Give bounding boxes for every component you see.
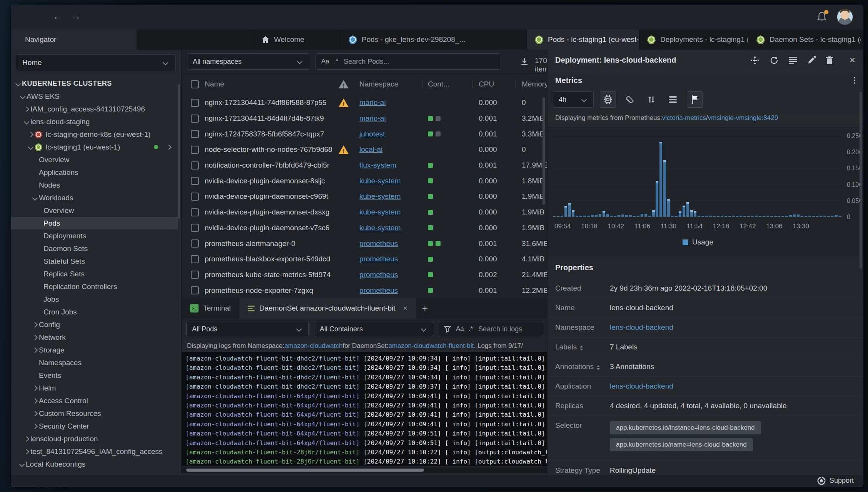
sidebar-item-access-control[interactable]: Access Control [11, 394, 178, 407]
sidebar-item-config[interactable]: Config [11, 318, 178, 331]
namespace-filter-select[interactable]: All namespaces [187, 53, 309, 70]
context-select[interactable]: Home [16, 54, 176, 71]
sidebar-item-lens-cloud-staging[interactable]: lens-cloud-staging [11, 115, 178, 128]
sidebar-item-deployments[interactable]: Deployments [11, 229, 178, 242]
sidebar-item-local-kubeconfigs[interactable]: Local Kubeconfigs [11, 458, 178, 470]
row-checkbox[interactable] [191, 161, 199, 170]
log-horizontal-scrollbar[interactable] [182, 467, 547, 473]
namespace-link[interactable]: mario-ai [359, 114, 386, 123]
sidebar-item-namespaces[interactable]: Namespaces [11, 356, 178, 369]
table-row[interactable]: nginx-1721304411-84d4ff7d4b-87tk9mario-a… [182, 111, 547, 126]
selector-pill[interactable]: app.kubernetes.io/instance=lens-cloud-ba… [610, 421, 761, 434]
row-checkbox[interactable] [191, 224, 199, 232]
sidebar-item-cron-jobs[interactable]: Cron Jobs [11, 306, 178, 318]
table-row[interactable]: nvidia-device-plugin-daemonset-dxsxgkube… [182, 204, 547, 220]
chevron-down-icon[interactable] [18, 462, 26, 466]
filesystem-metric-button[interactable] [665, 92, 681, 107]
pods-search-input[interactable] [343, 57, 495, 66]
select-all-checkbox[interactable] [191, 80, 199, 88]
namespace-link[interactable]: prometheus [359, 255, 398, 263]
table-row[interactable]: prometheus-alertmanager-0prometheus0.001… [182, 236, 547, 251]
log-output[interactable]: [amazon-cloudwatch-fluent-bit-dhdc2/flue… [182, 352, 547, 466]
chevron-right-icon[interactable] [31, 386, 39, 390]
row-checkbox[interactable] [191, 255, 199, 263]
row-checkbox[interactable] [191, 239, 199, 248]
back-arrow-icon[interactable]: ← [53, 10, 63, 22]
table-row[interactable]: notification-controller-7bfbfd6479-cbl5r… [182, 158, 547, 173]
sidebar-item-overview[interactable]: Overview [11, 204, 178, 217]
chevron-right-icon[interactable] [165, 145, 173, 149]
column-header-cpu[interactable]: CPU [479, 73, 509, 95]
chevron-right-icon[interactable] [31, 336, 39, 339]
flag-metric-button[interactable] [687, 91, 703, 108]
tab-pods-lc-staging1-eu-west-1[interactable]: Pods - lc-staging1 (eu-west-1)× [527, 30, 639, 50]
chevron-right-icon[interactable] [23, 107, 30, 111]
tab-welcome[interactable]: Welcome [254, 30, 341, 50]
table-scrollbar[interactable] [542, 97, 545, 205]
sort-toggle-icon[interactable] [597, 365, 600, 370]
row-checkbox[interactable] [191, 193, 199, 201]
namespace-link[interactable]: flux-system [359, 161, 396, 170]
tab-deployments-lc-staging1-e[interactable]: Deployments - lc-staging1 (e... [639, 30, 748, 50]
sidebar-item-lc-staging-demo-k8s-eu-west-1[interactable]: lc-staging-demo-k8s (eu-west-1) [11, 128, 178, 141]
table-row[interactable]: nvidia-device-plugin-daemonset-v7sc6kube… [182, 220, 547, 236]
row-checkbox[interactable] [191, 146, 199, 154]
download-icon[interactable] [520, 57, 529, 66]
filter-funnel-icon[interactable] [444, 325, 451, 333]
chevron-right-icon[interactable] [31, 424, 39, 428]
sidebar-item-test-841310725496-iam-config-access[interactable]: test_841310725496_IAM_config_access [11, 445, 178, 458]
sidebar-item-aws-eks[interactable]: AWS EKS [11, 90, 178, 103]
row-checkbox[interactable] [191, 286, 199, 294]
sidebar-item-daemon-sets[interactable]: Daemon Sets [11, 242, 178, 255]
sidebar-item-workloads[interactable]: Workloads [11, 191, 178, 204]
row-checkbox[interactable] [191, 130, 199, 138]
log-search-input[interactable] [477, 325, 538, 334]
sidebar-item-replica-sets[interactable]: Replica Sets [11, 268, 178, 280]
new-dock-tab-button[interactable]: + [416, 298, 434, 318]
chevron-right-icon[interactable] [27, 133, 35, 136]
namespace-link[interactable]: prometheus [359, 271, 398, 279]
namespace-link[interactable]: juhotest [359, 130, 385, 138]
table-row[interactable]: nginx-1721304411-74df86f588-87p55!mario-… [182, 95, 547, 111]
edit-pencil-icon[interactable] [807, 56, 816, 65]
table-row[interactable]: nginx-1724758378-5fb6f5847c-tqpx7juhotes… [182, 126, 547, 142]
network-metric-button[interactable] [644, 92, 659, 107]
chevron-right-icon[interactable] [31, 412, 39, 416]
row-checkbox[interactable] [191, 271, 199, 279]
tab-daemon-sets-lc-staging1-e[interactable]: Daemon Sets - lc-staging1 (e... [748, 30, 861, 50]
row-checkbox[interactable] [191, 115, 199, 123]
forward-arrow-icon[interactable]: → [71, 10, 81, 22]
chevron-down-icon[interactable] [31, 196, 39, 200]
refresh-icon[interactable] [770, 56, 779, 65]
chevron-down-icon[interactable] [14, 82, 22, 86]
prometheus-endpoint-link[interactable]: vmsingle-vmsingle:8429 [708, 114, 778, 122]
regex-icon[interactable]: .* [334, 58, 338, 65]
sidebar-item-stateful-sets[interactable]: Stateful Sets [11, 255, 178, 268]
sidebar-item-security-center[interactable]: Security Center [11, 420, 178, 432]
close-drawer-icon[interactable]: × [850, 54, 855, 66]
chevron-right-icon[interactable] [31, 399, 39, 403]
row-checkbox[interactable] [191, 99, 199, 107]
table-row[interactable]: prometheus-node-exporter-7zgxqprometheus… [182, 283, 547, 298]
sidebar-scrollbar[interactable] [178, 84, 180, 219]
namespace-link[interactable]: prometheus [359, 286, 398, 295]
menu-lines-icon[interactable] [789, 57, 797, 64]
kebab-menu-icon[interactable] [854, 77, 855, 84]
sidebar-item-nodes[interactable]: Nodes [11, 179, 178, 191]
table-row[interactable]: node-selector-with-no-nodes-767b9d68!loc… [182, 142, 547, 158]
chevron-right-icon[interactable] [23, 450, 30, 454]
chevron-right-icon[interactable] [31, 323, 39, 327]
namespace-link[interactable]: kube-system [359, 208, 401, 216]
namespace-link[interactable]: kube-system [359, 177, 401, 185]
drawer-scrollbar[interactable] [860, 92, 862, 269]
timeframe-select[interactable]: 4h [553, 91, 594, 108]
sort-toggle-icon[interactable] [580, 346, 583, 351]
row-checkbox[interactable] [191, 177, 199, 185]
sidebar-item-custom-resources[interactable]: Custom Resources [11, 407, 178, 420]
table-row[interactable]: prometheus-blackbox-exporter-549dcdprome… [182, 251, 547, 267]
chevron-down-icon[interactable] [23, 120, 30, 124]
namespace-link[interactable]: kube-system [359, 192, 401, 201]
sidebar-item-events[interactable]: Events [11, 369, 178, 382]
dock-tab-terminal[interactable]: >_ Terminal [182, 298, 239, 318]
sidebar-item-iam-config-access-841310725496[interactable]: IAM_config_access-841310725496 [11, 103, 178, 115]
